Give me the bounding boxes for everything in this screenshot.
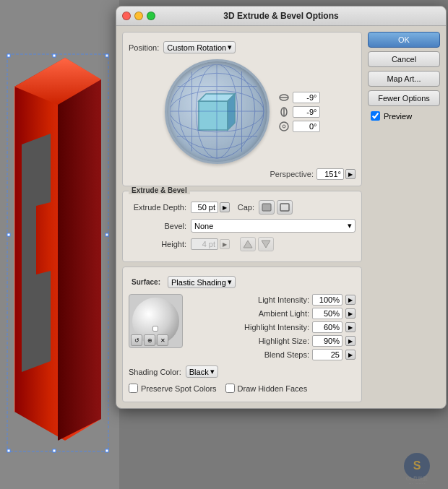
blend-steps-arrow[interactable]: ▶	[345, 350, 356, 360]
bevel-label: Bevel:	[129, 222, 186, 230]
shading-color-dropdown[interactable]: Black ▾	[186, 365, 218, 378]
height-stepper: ▶	[191, 238, 230, 250]
perspective-up-arrow[interactable]: ▶	[345, 169, 356, 179]
svg-rect-8	[105, 54, 108, 57]
shading-color-arrow: ▾	[210, 367, 215, 376]
svg-point-32	[280, 122, 288, 131]
surface-sphere-preview: ↺ ⊕ ✕	[129, 294, 183, 348]
extrude-section-label: Extrude & Bevel	[129, 186, 190, 194]
bevel-dropdown[interactable]: None ▾	[191, 219, 356, 233]
svg-rect-12	[53, 449, 56, 452]
illustration-area	[0, 0, 119, 489]
cancel-button[interactable]: Cancel	[368, 51, 440, 67]
dialog-body: Position: Custom Rotation ▾	[116, 26, 446, 408]
ambient-light-arrow[interactable]: ▶	[345, 308, 356, 319]
position-dropdown[interactable]: Custom Rotation ▾	[163, 41, 236, 53]
highlight-intensity-input[interactable]	[312, 321, 343, 333]
map-art-button[interactable]: Map Art...	[368, 71, 440, 87]
preserve-spot-colors-label: Preserve Spot Colors	[141, 384, 217, 393]
dialog-title: 3D Extrude & Bevel Options	[223, 11, 338, 21]
x-rotation-input[interactable]	[293, 92, 320, 103]
title-bar-controls	[122, 12, 155, 20]
title-bar: 3D Extrude & Bevel Options	[116, 7, 446, 26]
rotation-inputs	[278, 92, 320, 132]
rotation-sphere[interactable]	[165, 59, 270, 164]
blend-steps-row: Blend Steps: ▶	[189, 349, 356, 360]
highlight-size-input[interactable]	[312, 335, 343, 347]
highlight-size-row: Highlight Size: ▶	[189, 335, 356, 347]
surface-dropdown-value: Plastic Shading	[171, 278, 226, 287]
blend-steps-label: Blend Steps:	[264, 350, 309, 359]
highlight-intensity-row: Highlight Intensity: ▶	[189, 321, 356, 333]
fewer-options-button[interactable]: Fewer Options	[368, 90, 440, 106]
red-3d-letter	[0, 0, 119, 489]
blend-steps-input[interactable]	[312, 349, 343, 360]
x-rotation-row	[278, 92, 320, 103]
draw-hidden-faces-item: Draw Hidden Faces	[225, 384, 308, 393]
surface-label: Surface:	[129, 278, 163, 286]
surface-dropdown-arrow: ▾	[228, 277, 232, 287]
height-cap-btn2[interactable]	[258, 237, 274, 251]
light-intensity-arrow[interactable]: ▶	[345, 295, 356, 305]
sphere-ctrl-3[interactable]: ✕	[157, 334, 168, 346]
surface-dropdown[interactable]: Plastic Shading ▾	[168, 276, 236, 288]
svg-rect-7	[53, 54, 56, 57]
preview-label: Preview	[384, 112, 412, 121]
draw-hidden-faces-label: Draw Hidden Faces	[238, 384, 308, 393]
ambient-light-input[interactable]	[312, 308, 343, 319]
height-input[interactable]	[191, 238, 218, 250]
svg-marker-2	[58, 79, 101, 441]
highlight-size-label: Highlight Size:	[259, 337, 309, 345]
highlight-intensity-label: Highlight Intensity:	[244, 323, 309, 332]
perspective-row: Perspective: ▶	[129, 168, 356, 180]
minimize-button[interactable]	[134, 12, 143, 20]
watermark: S OL月联盟 OL.COM	[390, 451, 444, 485]
extrude-depth-arrow[interactable]: ▶	[220, 202, 230, 212]
svg-rect-6	[7, 54, 10, 57]
y-rotation-icon	[278, 106, 290, 118]
shading-color-value: Black	[189, 368, 209, 376]
surface-section: Surface: Plastic Shading ▾ ↺ ⊕	[122, 267, 362, 402]
position-header: Position: Custom Rotation ▾	[129, 41, 356, 53]
sphere-ctrl-2[interactable]: ⊕	[144, 334, 155, 346]
sphere-grid-svg	[167, 61, 267, 162]
height-label: Height:	[129, 240, 186, 248]
light-dot[interactable]	[152, 326, 158, 332]
ambient-light-row: Ambient Light: ▶	[189, 308, 356, 319]
svg-point-33	[283, 125, 285, 128]
draw-hidden-faces-checkbox[interactable]	[225, 384, 235, 393]
extrude-bevel-section: Extrude & Bevel Extrude Depth: ▶ Cap:	[122, 191, 362, 262]
svg-rect-9	[7, 233, 10, 236]
y-rotation-input[interactable]	[293, 106, 320, 118]
position-label: Position:	[129, 43, 159, 52]
ok-button[interactable]: OK	[368, 32, 440, 48]
cap-solid-button[interactable]	[259, 200, 275, 215]
extrude-depth-input[interactable]	[191, 202, 218, 213]
dialog-window: 3D Extrude & Bevel Options Position: Cus…	[116, 6, 447, 409]
svg-text:S: S	[413, 459, 421, 472]
light-intensity-input[interactable]	[312, 294, 343, 306]
z-rotation-row	[278, 121, 320, 132]
shading-color-label: Shading Color:	[129, 368, 181, 376]
extrude-depth-row: Extrude Depth: ▶ Cap:	[129, 200, 356, 215]
highlight-size-arrow[interactable]: ▶	[345, 336, 356, 346]
height-cap-btn1[interactable]	[240, 237, 256, 251]
svg-rect-35	[280, 204, 289, 211]
svg-rect-34	[262, 204, 271, 211]
sphere-ctrl-1[interactable]: ↺	[131, 334, 142, 346]
height-arrow[interactable]: ▶	[220, 239, 230, 249]
preserve-spot-colors-checkbox[interactable]	[129, 384, 138, 393]
maximize-button[interactable]	[147, 12, 155, 20]
highlight-intensity-arrow[interactable]: ▶	[345, 322, 356, 332]
z-rotation-input[interactable]	[293, 121, 320, 132]
svg-rect-10	[105, 233, 108, 236]
surface-header: Surface: Plastic Shading ▾	[129, 276, 356, 288]
extrude-depth-stepper: ▶	[191, 202, 230, 213]
preview-checkbox[interactable]	[371, 111, 380, 121]
perspective-input[interactable]	[316, 168, 344, 180]
perspective-label: Perspective:	[270, 170, 314, 178]
cap-label: Cap:	[234, 203, 254, 212]
cap-hollow-button[interactable]	[277, 200, 293, 215]
close-button[interactable]	[122, 12, 131, 20]
height-cap-buttons	[240, 237, 274, 251]
